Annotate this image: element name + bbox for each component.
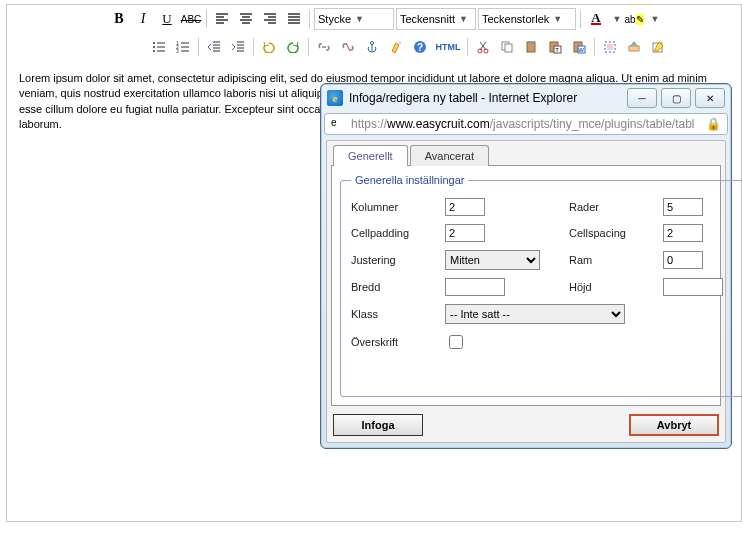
cut-button[interactable] (472, 36, 494, 58)
help-button[interactable]: ? (409, 36, 431, 58)
align-left-button[interactable] (211, 8, 233, 30)
italic-button[interactable]: I (132, 8, 154, 30)
style-select[interactable]: Stycke▼ (314, 8, 394, 30)
outdent-button[interactable] (203, 36, 225, 58)
indent-button[interactable] (227, 36, 249, 58)
backcolor-button[interactable]: ab✎ (623, 8, 645, 30)
lock-icon: 🔒 (706, 117, 721, 131)
chevron-down-icon: ▼ (459, 14, 468, 24)
undo-button[interactable] (258, 36, 280, 58)
svg-text:?: ? (417, 42, 423, 53)
label-rows: Rader (569, 201, 649, 213)
input-width[interactable] (445, 278, 505, 296)
insert-button[interactable]: Infoga (333, 414, 423, 436)
bold-button[interactable]: B (108, 8, 130, 30)
unlink-button[interactable] (337, 36, 359, 58)
svg-point-2 (153, 50, 155, 52)
fieldset-legend: Generella inställningar (351, 174, 468, 186)
input-height[interactable] (663, 278, 723, 296)
svg-point-1 (153, 46, 155, 48)
label-align: Justering (351, 254, 431, 266)
select-align[interactable]: Mitten (445, 250, 540, 270)
svg-text:3: 3 (176, 48, 179, 53)
svg-rect-15 (529, 41, 533, 44)
input-cellpadding[interactable] (445, 224, 485, 242)
copy-button[interactable] (496, 36, 518, 58)
forecolor-button[interactable]: A (585, 8, 607, 30)
url-text: https://www.easycruit.com/javascripts/ti… (351, 117, 706, 131)
input-rows[interactable] (663, 198, 703, 216)
style-select-label: Stycke (318, 13, 351, 25)
font-select[interactable]: Teckensnitt▼ (396, 8, 476, 30)
label-cols: Kolumner (351, 201, 431, 213)
forecolor-dropdown[interactable]: ▼ (609, 8, 621, 30)
separator (594, 38, 595, 56)
fontsize-select-label: Teckenstorlek (482, 13, 549, 25)
label-height: Höjd (569, 281, 649, 293)
svg-rect-13 (505, 44, 512, 52)
maximize-button[interactable]: ▢ (661, 88, 691, 108)
label-border: Ram (569, 254, 649, 266)
svg-point-7 (399, 42, 401, 44)
chevron-down-icon: ▼ (355, 14, 364, 24)
input-cellspacing[interactable] (663, 224, 703, 242)
address-bar[interactable]: e https://www.easycruit.com/javascripts/… (324, 113, 728, 135)
underline-button[interactable]: U (156, 8, 178, 30)
ie-icon: e (331, 117, 345, 131)
removeformat-button[interactable] (623, 36, 645, 58)
anchor-button[interactable] (361, 36, 383, 58)
align-center-button[interactable] (235, 8, 257, 30)
svg-point-0 (153, 42, 155, 44)
label-cellpadding: Cellpadding (351, 227, 431, 239)
cleanup-button[interactable] (385, 36, 407, 58)
toolbar-row-2: 123 ? HTML T W (7, 33, 741, 61)
font-select-label: Teckensnitt (400, 13, 455, 25)
dialog-titlebar[interactable]: e Infoga/redigera ny tabell - Internet E… (321, 84, 731, 112)
toolbar-row-1: B I U ABC Stycke▼ Teckensnitt▼ Teckensto… (7, 5, 741, 33)
separator (467, 38, 468, 56)
align-justify-button[interactable] (283, 8, 305, 30)
close-button[interactable]: ✕ (695, 88, 725, 108)
chevron-down-icon: ▼ (553, 14, 562, 24)
input-border[interactable] (663, 251, 703, 269)
table-dialog: e Infoga/redigera ny tabell - Internet E… (320, 83, 732, 449)
label-class: Klass (351, 308, 431, 320)
paste-button[interactable] (520, 36, 542, 58)
general-panel: Generella inställningar Kolumner Rader C… (331, 165, 721, 406)
separator (253, 38, 254, 56)
select-class[interactable]: -- Inte satt -- (445, 304, 625, 324)
align-right-button[interactable] (259, 8, 281, 30)
separator (580, 10, 581, 28)
tab-advanced[interactable]: Avancerat (410, 145, 489, 166)
input-cols[interactable] (445, 198, 485, 216)
dialog-title: Infoga/redigera ny tabell - Internet Exp… (349, 91, 577, 105)
link-button[interactable] (313, 36, 335, 58)
paste-word-button[interactable]: W (568, 36, 590, 58)
chevron-down-icon: ▼ (651, 14, 660, 24)
label-cellspacing: Cellspacing (569, 227, 649, 239)
selectall-button[interactable] (599, 36, 621, 58)
svg-rect-23 (629, 46, 639, 51)
ie-icon: e (327, 90, 343, 106)
separator (308, 38, 309, 56)
fontsize-select[interactable]: Teckenstorlek▼ (478, 8, 576, 30)
label-width: Bredd (351, 281, 431, 293)
checkbox-caption[interactable] (449, 335, 463, 349)
chevron-down-icon: ▼ (613, 14, 622, 24)
tab-general[interactable]: Generellt (333, 145, 408, 166)
cancel-button[interactable]: Avbryt (629, 414, 719, 436)
svg-text:T: T (555, 47, 559, 53)
html-button[interactable]: HTML (433, 36, 463, 58)
backcolor-dropdown[interactable]: ▼ (647, 8, 659, 30)
numbered-list-button[interactable]: 123 (172, 36, 194, 58)
bullet-list-button[interactable] (148, 36, 170, 58)
label-caption: Överskrift (351, 336, 431, 348)
redo-button[interactable] (282, 36, 304, 58)
edit-button[interactable] (647, 36, 669, 58)
minimize-button[interactable]: ─ (627, 88, 657, 108)
paste-text-button[interactable]: T (544, 36, 566, 58)
separator (206, 10, 207, 28)
svg-text:W: W (578, 47, 584, 53)
separator (309, 10, 310, 28)
strikethrough-button[interactable]: ABC (180, 8, 202, 30)
